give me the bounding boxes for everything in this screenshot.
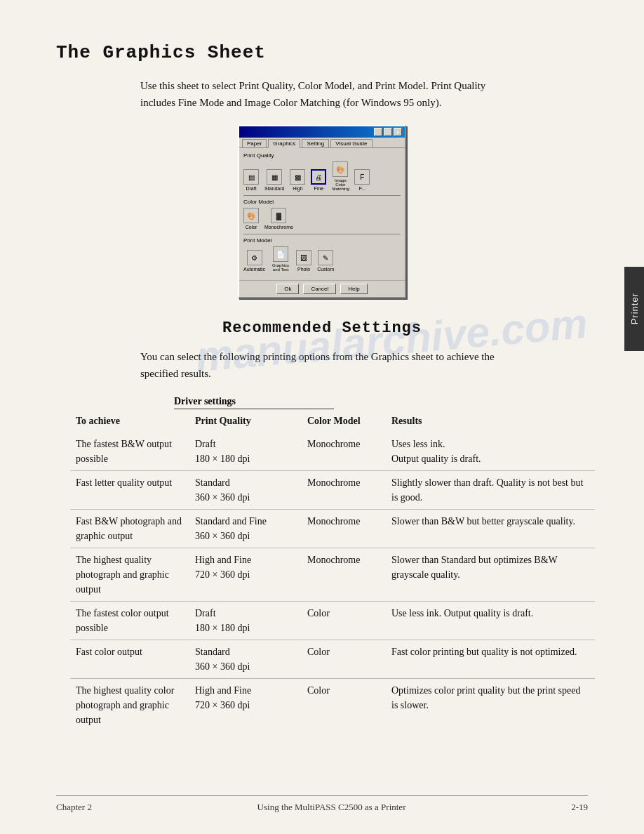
pm-photo-label: Photo [297,267,310,272]
settings-table: To achieve Print Quality Color Model Res… [70,409,595,732]
pm-custom[interactable]: ✎ Custom [317,250,334,272]
dialog-help-btn[interactable]: Help [340,284,367,294]
pq-f-label: F... [359,186,365,191]
cell-results: Slower than B&W but better grayscale qua… [386,510,595,548]
pq-fine[interactable]: 🖨 Fine [311,169,326,191]
pm-auto-label: Automatic [243,267,265,272]
cell-pq: Standard360 × 360 dpi [189,471,302,510]
pq-f[interactable]: F F... [354,169,370,191]
print-model-label: Print Model [243,237,401,244]
cell-achieve: Fast letter quality output [70,471,189,510]
header-color-model: Color Model [302,409,386,432]
dialog-title [242,129,243,135]
pq-icm-label: Image Color Matching [332,178,349,191]
pq-draft[interactable]: ▤ Draft [243,169,259,191]
pq-high[interactable]: ▩ High [290,169,305,191]
pq-draft-label: Draft [246,186,256,191]
driver-settings-row: Driver settings [56,396,588,409]
cm-color[interactable]: 🎨 Color [243,208,259,230]
cell-cm: Color [302,602,386,640]
cell-results: Fast color printing but quality is not o… [386,640,595,679]
pq-high-label: High [293,186,302,191]
dialog-maximize-btn[interactable]: □ [384,128,392,136]
cm-mono[interactable]: ▓ Monochrome [264,208,293,230]
cell-achieve: The fastest color output possible [70,602,189,640]
driver-settings-label: Driver settings [174,396,334,409]
pm-photo[interactable]: 🖼 Photo [296,250,311,272]
cell-results: Uses less ink.Output quality is draft. [386,432,595,471]
pm-graphics[interactable]: 📄 Graphics and Text [271,246,290,272]
footer-left: Chapter 2 [56,802,92,813]
footer-right: 2-19 [571,802,588,813]
dialog-content: Print Quality ▤ Draft ▦ Standard ▩ High [239,148,405,280]
dialog-container: _ □ × Paper Graphics Setting Visual Guid… [56,125,588,298]
header-results: Results [386,409,595,432]
dialog-tab-setting[interactable]: Setting [302,139,329,147]
dialog-minimize-btn[interactable]: _ [374,128,382,136]
divider2 [243,234,401,234]
cell-cm: Color [302,640,386,679]
table-row: The highest quality photograph and graph… [70,548,595,602]
cell-achieve: The fastest B&W output possible [70,432,189,471]
pq-fine-label: Fine [314,186,324,191]
cell-pq: Draft180 × 180 dpi [189,602,302,640]
cell-achieve: The highest quality photograph and graph… [70,548,189,602]
table-row: The fastest color output possibleDraft18… [70,602,595,640]
cell-results: Slightly slower than draft. Quality is n… [386,471,595,510]
cell-achieve: Fast color output [70,640,189,679]
footer: Chapter 2 Using the MultiPASS C2500 as a… [56,795,588,813]
header-print-quality: Print Quality [189,409,302,432]
cell-results: Optimizes color print quality but the pr… [386,679,595,732]
pq-f-icon: F [354,169,370,185]
print-quality-icons: ▤ Draft ▦ Standard ▩ High 🖨 Fine [243,161,401,191]
cell-cm: Monochrome [302,471,386,510]
cell-cm: Monochrome [302,548,386,602]
dialog-cancel-btn[interactable]: Cancel [303,284,336,294]
table-header-row: To achieve Print Quality Color Model Res… [70,409,595,432]
cell-pq: Standard and Fine360 × 360 dpi [189,510,302,548]
table-wrapper: To achieve Print Quality Color Model Res… [63,409,588,732]
pq-standard-label: Standard [264,186,284,191]
cm-mono-label: Monochrome [264,225,293,230]
dialog-box: _ □ × Paper Graphics Setting Visual Guid… [238,125,406,298]
dialog-tabs: Paper Graphics Setting Visual Guide [239,138,405,148]
cell-pq: High and Fine720 × 360 dpi [189,548,302,602]
pm-auto[interactable]: ⚙ Automatic [243,250,265,272]
cell-pq: High and Fine720 × 360 dpi [189,679,302,732]
table-row: Fast letter quality outputStandard360 × … [70,471,595,510]
divider1 [243,195,401,196]
header-achieve: To achieve [70,409,189,432]
dialog-tab-visual-guide[interactable]: Visual Guide [330,139,372,147]
pq-standard[interactable]: ▦ Standard [264,169,284,191]
dialog-ok-btn[interactable]: Ok [276,284,299,294]
color-model-icons: 🎨 Color ▓ Monochrome [243,208,401,230]
cell-results: Slower than Standard but optimizes B&W g… [386,548,595,602]
cell-cm: Monochrome [302,432,386,471]
pm-photo-icon: 🖼 [296,250,311,265]
pm-auto-icon: ⚙ [247,250,262,265]
table-row: The fastest B&W output possibleDraft180 … [70,432,595,471]
pq-high-icon: ▩ [290,169,305,185]
table-row: Fast B&W photograph and graphic outputSt… [70,510,595,548]
pm-custom-label: Custom [317,267,334,272]
color-model-label: Color Model [243,199,401,205]
dialog-titlebar: _ □ × [239,126,405,138]
dialog-tab-graphics[interactable]: Graphics [268,139,300,148]
table-row: Fast color outputStandard360 × 360 dpiCo… [70,640,595,679]
main-heading: The Graphics Sheet [56,42,588,63]
pq-icm[interactable]: 🎨 Image Color Matching [332,161,349,191]
pq-fine-icon: 🖨 [311,169,326,185]
pm-custom-icon: ✎ [318,250,333,265]
dialog-close-btn[interactable]: × [394,128,402,136]
cm-mono-icon: ▓ [271,208,286,223]
dialog-buttons: Ok Cancel Help [239,280,405,297]
cm-color-label: Color [246,225,257,230]
cell-cm: Color [302,679,386,732]
page: Printer manualarchive.com The Graphics S… [0,0,644,834]
dialog-tab-paper[interactable]: Paper [242,139,267,147]
pm-graphics-label: Graphics and Text [271,263,290,272]
sub-intro: You can select the following printing op… [140,348,533,382]
sidebar-label: Printer [629,293,640,324]
pq-icm-icon: 🎨 [333,161,348,177]
cm-color-icon: 🎨 [243,208,259,223]
